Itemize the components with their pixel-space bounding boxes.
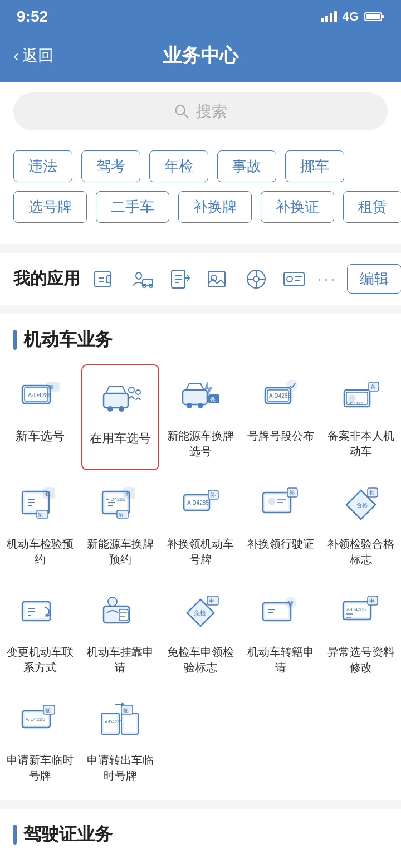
tag-accident[interactable]: 事故 [217, 150, 276, 182]
grid-item-new-energy-inspection[interactable]: A·D4285 补 预 新能源车换牌预约 [80, 471, 160, 579]
status-time: 9:52 [17, 8, 48, 26]
my-app-5[interactable] [242, 265, 271, 294]
tag-replace-plate[interactable]: 补换牌 [178, 191, 252, 223]
grid-item-abnormal[interactable]: A·D4285 申 异常选号资料修改 [321, 579, 401, 687]
temp-plate-new-icon: A·D4285 临 [16, 696, 65, 745]
tag-violation[interactable]: 违法 [13, 150, 72, 182]
svg-line-4 [184, 114, 188, 118]
tag-select-plate[interactable]: 选号牌 [13, 191, 87, 223]
motor-items-grid: A·D4285 新 新车选号 [0, 363, 401, 796]
svg-point-63 [268, 498, 275, 505]
replace-license-label: 补换领行驶证 [247, 536, 314, 552]
license-section: 驾驶证业务 预 考试预约 [0, 809, 401, 868]
non-local-label: 备案非本人机动车 [325, 428, 397, 459]
grid-item-inspection[interactable]: 检 预 机动车检验预约 [0, 471, 80, 579]
svg-text:A·D4285: A·D4285 [28, 392, 52, 398]
grid-item-new-plate[interactable]: A·D4285 新 新车选号 [0, 363, 80, 471]
tag-move-car[interactable]: 挪车 [285, 150, 344, 182]
grid-item-new-energy-plate[interactable]: 换 新能源车换牌选号 [160, 363, 241, 471]
svg-text:A·D4285: A·D4285 [106, 496, 125, 502]
svg-rect-27 [183, 390, 207, 404]
search-section: 搜索 [0, 82, 401, 140]
tag-annual-check[interactable]: 年检 [149, 150, 208, 182]
grid-item-entrust[interactable]: 机动车挂靠申请 [80, 579, 160, 687]
grid-item-exam-fee[interactable]: 缴 考试费缴纳 [241, 858, 321, 868]
replace-sticker-icon: 检 合格 [336, 480, 385, 529]
svg-point-23 [107, 406, 113, 412]
svg-point-36 [286, 380, 297, 391]
grid-item-exempt-inspect[interactable]: 免检 申 免检车申领检验标志 [160, 579, 241, 687]
my-app-4[interactable] [204, 265, 233, 294]
svg-rect-22 [104, 393, 128, 408]
grid-item-replace-sticker[interactable]: 检 合格 补领检验合格标志 [321, 471, 401, 579]
change-contact-label: 变更机动车联系方式 [4, 644, 76, 675]
inspection-icon: 检 预 [16, 480, 65, 529]
license-section-title-text: 驾驶证业务 [23, 822, 113, 847]
grid-item-non-local[interactable]: A·D4285 备 备案非本人机动车 [321, 363, 401, 471]
app-icons: ··· [90, 265, 337, 294]
svg-rect-2 [366, 14, 380, 19]
tags-row-2: 选号牌 二手车 补换牌 补换证 租赁 [13, 191, 388, 223]
svg-text:申: 申 [209, 598, 214, 604]
status-bar: 9:52 4G [0, 0, 401, 33]
back-label: 返回 [22, 45, 53, 66]
grid-item-replace-license[interactable]: 补 补换领行驶证 [241, 471, 321, 579]
svg-text:申: 申 [369, 598, 375, 604]
temp-plate-new-label: 申请新车临时号牌 [4, 752, 76, 783]
grid-item-temp-plate-transfer[interactable]: A·D4285 临 申请转出车临时号牌 [80, 687, 160, 796]
nav-bar: ‹ 返回 业务中心 [0, 33, 401, 82]
motor-section-title: 机动车业务 [0, 328, 401, 363]
new-energy-plate-icon: 换 [176, 372, 225, 421]
svg-text:合格: 合格 [356, 502, 368, 508]
new-energy-inspection-icon: A·D4285 补 预 [96, 480, 145, 529]
grid-item-temp-plate-new[interactable]: A·D4285 临 申请新车临时号牌 [0, 687, 80, 796]
svg-point-28 [187, 403, 192, 408]
svg-text:临: 临 [123, 707, 129, 713]
svg-point-24 [119, 406, 124, 412]
svg-point-16 [287, 276, 292, 282]
search-bar[interactable]: 搜索 [13, 92, 388, 130]
exempt-inspect-label: 免检车申领检验标志 [165, 644, 236, 675]
tag-rental[interactable]: 租赁 [343, 191, 401, 223]
motor-section: 机动车业务 A·D4285 新 新车选号 [0, 314, 401, 800]
abnormal-icon: A·D4285 申 [336, 588, 385, 637]
abnormal-label: 异常选号资料修改 [325, 644, 397, 675]
svg-text:A·D4285: A·D4285 [269, 393, 291, 399]
grid-item-plate-range[interactable]: A·D4285 号牌号段公布 [241, 363, 321, 471]
my-app-1[interactable] [90, 265, 119, 294]
new-plate-icon: A·D4285 新 [16, 372, 65, 421]
svg-text:检: 检 [369, 490, 375, 496]
grid-item-transfer[interactable]: 转 机动车转籍申请 [241, 579, 321, 687]
my-app-2[interactable] [128, 265, 157, 294]
grid-item-change-contact[interactable]: 变更机动车联系方式 [0, 579, 80, 687]
svg-text:A·D4285: A·D4285 [187, 500, 209, 506]
edit-button[interactable]: 编辑 [347, 264, 401, 294]
my-app-3[interactable] [166, 265, 195, 294]
inspection-label: 机动车检验预约 [4, 536, 76, 567]
search-icon [174, 104, 189, 119]
svg-text:换: 换 [210, 396, 216, 402]
svg-rect-95 [124, 715, 136, 732]
grid-item-exam-info[interactable]: ♪ 考试信息公布 [160, 858, 241, 868]
grid-item-exam-book[interactable]: 预 考试预约 [0, 858, 80, 868]
replace-plate-label: 补换领机动车号牌 [165, 536, 236, 567]
new-energy-inspection-label: 新能源车换牌预约 [85, 536, 156, 567]
tags-section: 违法 驾考 年检 事故 挪车 选号牌 二手车 补换牌 补换证 租赁 [0, 140, 401, 244]
replace-plate-icon: A·D4285 补 [176, 480, 225, 529]
new-plate-label: 新车选号 [16, 428, 65, 445]
entrust-icon [96, 588, 145, 637]
back-arrow-icon: ‹ [13, 46, 19, 65]
my-app-6[interactable] [280, 265, 309, 294]
tag-replace-cert[interactable]: 补换证 [261, 191, 334, 223]
tag-used-car[interactable]: 二手车 [96, 191, 169, 223]
tag-driving-test[interactable]: 驾考 [81, 150, 140, 182]
page-title: 业务中心 [163, 43, 238, 69]
new-energy-plate-label: 新能源车换牌选号 [165, 428, 236, 459]
grid-item-exam-cancel[interactable]: 取消考试预约 [80, 858, 160, 868]
grid-item-used-plate[interactable]: 在用车选号 [81, 364, 159, 470]
more-apps-icon: ··· [317, 270, 337, 288]
grid-item-replace-plate[interactable]: A·D4285 补 补换领机动车号牌 [160, 471, 241, 579]
back-button[interactable]: ‹ 返回 [13, 45, 53, 66]
grid-item-study-fee[interactable]: 缴 初学增驾工本费缴纳 [321, 858, 401, 868]
svg-point-72 [108, 597, 117, 606]
